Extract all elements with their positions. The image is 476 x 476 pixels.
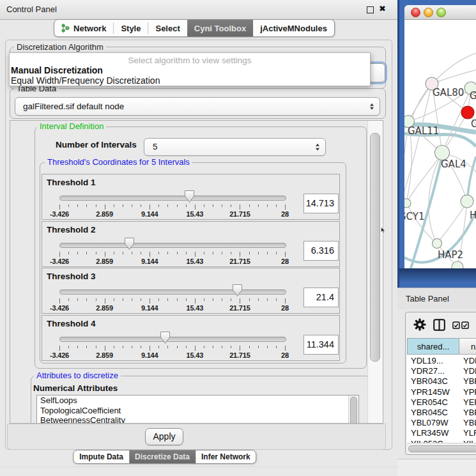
network-edge[interactable] xyxy=(404,84,432,191)
network-edge[interactable] xyxy=(406,203,437,243)
slider-tick xyxy=(195,346,196,351)
slider-tick xyxy=(123,252,123,254)
scrollbar-thumb[interactable] xyxy=(370,133,380,362)
attribute-list-item[interactable]: BetweennessCentrality xyxy=(37,415,358,424)
slider-track[interactable] xyxy=(59,196,286,201)
slider-tick xyxy=(158,298,159,301)
float-window-icon[interactable] xyxy=(367,6,374,13)
number-of-intervals-combobox[interactable]: 5 xyxy=(144,138,326,156)
slider-tick xyxy=(213,346,213,348)
network-node[interactable] xyxy=(452,261,463,268)
tab-jactivemnodules[interactable]: jActiveMNodules xyxy=(253,20,334,36)
tab-style[interactable]: Style xyxy=(114,20,148,36)
table-row[interactable]: YLR345WYLR3 xyxy=(407,428,476,438)
tab-label: Select xyxy=(155,24,180,33)
application-root: Control Panel ✖ NetworkStyleSelectCyni T… xyxy=(0,0,476,476)
slider-tick xyxy=(258,252,259,254)
attribute-list-item[interactable]: SelfLoops xyxy=(37,395,358,406)
slider-tick xyxy=(276,204,277,207)
network-edge[interactable] xyxy=(432,53,476,84)
cyni-toolbox-panel: Discretization Algorithm Table Data galF… xyxy=(5,40,392,450)
table-row[interactable]: YDL19...YDL1 xyxy=(407,356,476,366)
tab-cyni-toolbox[interactable]: Cyni Toolbox xyxy=(187,20,253,36)
checkbox-icon[interactable] xyxy=(452,320,460,332)
tab-network[interactable]: Network xyxy=(54,20,113,36)
attributes-list-scrollbar[interactable] xyxy=(348,395,358,424)
tab-discretize-data[interactable]: Discretize Data xyxy=(129,450,196,463)
threshold-value-field[interactable]: 21.4 xyxy=(303,288,339,307)
slider-tick xyxy=(86,204,87,207)
slider-tick xyxy=(77,346,78,348)
checkbox-icon[interactable] xyxy=(461,320,469,332)
gear-icon[interactable] xyxy=(413,318,426,334)
slider-tick xyxy=(285,298,286,303)
tab-infer-network[interactable]: Infer Network xyxy=(196,450,256,463)
threshold-row: Threshold 3-3.4262.8599.14415.4321.71528… xyxy=(42,268,340,314)
slider-tick xyxy=(222,346,222,348)
slider-tick xyxy=(105,204,105,210)
network-node-hap2[interactable] xyxy=(433,239,442,249)
slider-tick xyxy=(204,252,204,254)
slider-tick xyxy=(167,204,168,207)
minimize-traffic-light-icon[interactable] xyxy=(424,8,433,17)
cell-shared-name: YPR145W xyxy=(411,387,450,397)
split-table-icon[interactable] xyxy=(433,319,445,334)
bottom-tabs: Impute DataDiscretize DataInfer Network xyxy=(73,450,256,464)
close-traffic-light-icon[interactable] xyxy=(411,8,420,17)
column-header-shared-name[interactable]: shared... xyxy=(407,338,459,355)
slider-thumb[interactable] xyxy=(160,331,171,344)
slider-thumb[interactable] xyxy=(232,284,243,297)
scrollbar-thumb[interactable] xyxy=(408,445,476,452)
slider-track[interactable] xyxy=(59,289,286,295)
network-node-gcy1[interactable] xyxy=(404,199,411,208)
table-row[interactable]: YBR043CYBR0 xyxy=(407,376,476,387)
table-data-combobox[interactable]: galFiltered.sif default node xyxy=(15,97,380,116)
threshold-value-field[interactable]: 11.344 xyxy=(303,335,339,355)
table-data-combobox-value: galFiltered.sif default node xyxy=(23,98,124,115)
slider-tick xyxy=(158,346,159,348)
table-row[interactable]: YBL079WYBL0 xyxy=(407,418,476,428)
network-canvas[interactable]: GAL80GACGAL11GAL4GCY1HHAP2 xyxy=(404,20,476,268)
slider-thumb[interactable] xyxy=(124,237,135,250)
slider-thumb[interactable] xyxy=(184,190,195,203)
apply-button[interactable]: Apply xyxy=(145,428,183,445)
zoom-traffic-light-icon[interactable] xyxy=(436,8,446,17)
slider-tick xyxy=(132,204,132,207)
tab-label: Discretize Data xyxy=(135,452,190,461)
tab-impute-data[interactable]: Impute Data xyxy=(73,450,129,463)
table-row[interactable]: YBR045CYBR0 xyxy=(407,408,476,418)
network-node-label: GCY1 xyxy=(404,211,425,222)
slider-track[interactable] xyxy=(59,243,286,248)
cell-name: YPR1 xyxy=(463,387,476,397)
network-node-label: GA xyxy=(470,90,476,102)
slider-tick xyxy=(285,252,286,257)
control-panel-titlebar: Control Panel ✖ xyxy=(0,0,397,20)
slider-tick xyxy=(141,346,141,348)
numerical-attributes-list[interactable]: SelfLoopsTopologicalCoefficientBetweenne… xyxy=(36,395,359,424)
tab-select[interactable]: Select xyxy=(148,20,187,36)
network-edge-highlighted[interactable] xyxy=(467,157,476,201)
slider-track[interactable] xyxy=(59,337,286,342)
algorithm-popup-item[interactable]: Equal Width/Frequency Discretization xyxy=(10,76,370,86)
threshold-value-field[interactable]: 14.713 xyxy=(303,194,339,213)
slider-scale-label: 9.144 xyxy=(141,304,158,312)
slider-tick xyxy=(132,252,132,254)
close-icon[interactable]: ✖ xyxy=(379,4,386,13)
network-node-c[interactable] xyxy=(461,106,474,119)
slider-tick xyxy=(240,298,240,303)
table-row[interactable]: YPR145WYPR1 xyxy=(407,387,476,397)
cell-shared-name: YDL19... xyxy=(411,356,443,365)
table-horizontal-scrollbar[interactable] xyxy=(407,443,476,454)
slider-tick xyxy=(267,346,268,348)
attribute-list-item[interactable]: TopologicalCoefficient xyxy=(37,406,358,416)
slider-tick xyxy=(167,346,168,348)
threshold-value-field[interactable]: 6.316 xyxy=(303,241,339,261)
settings-vertical-scrollbar[interactable] xyxy=(367,121,383,423)
cell-name: YDR2 xyxy=(463,366,476,376)
table-row[interactable]: YER054CYER0 xyxy=(407,397,476,408)
interval-definition-group-title: Interval Definition xyxy=(37,122,106,131)
algorithm-popup-item[interactable]: Manual Discretization xyxy=(10,66,370,76)
network-node-h[interactable] xyxy=(461,195,473,208)
column-header-name[interactable]: na xyxy=(459,338,476,355)
table-row[interactable]: YDR27...YDR2 xyxy=(407,366,476,376)
